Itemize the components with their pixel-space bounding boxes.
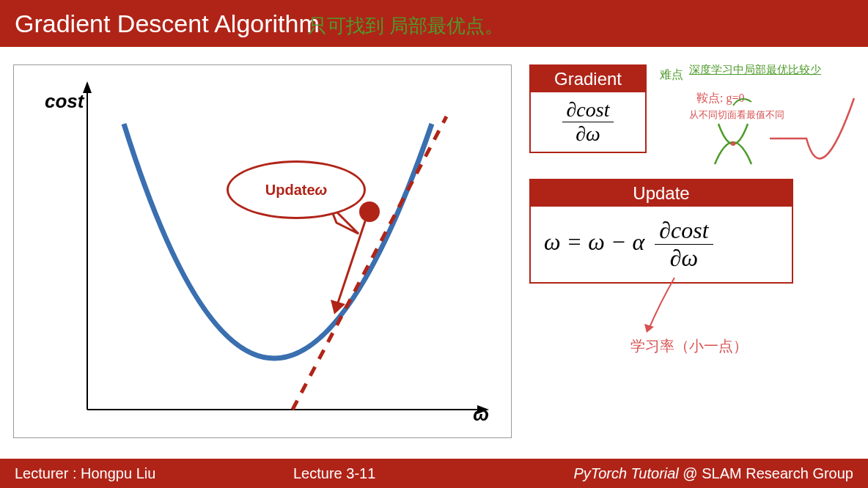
annot-difficulty: 难点 — [660, 67, 683, 83]
cost-plot: cost ω Update ω — [13, 64, 512, 438]
saddle-sketch — [682, 84, 858, 201]
y-axis-label: cost — [45, 90, 84, 113]
update-lhs: ω = ω − α — [544, 229, 644, 255]
svg-marker-9 — [644, 324, 654, 333]
slide-body: cost ω Update ω Gradient ∂cost ∂ω Update… — [0, 47, 868, 459]
gradient-den: ∂ω — [562, 122, 614, 146]
annot-lr: 学习率（小一点） — [630, 336, 748, 356]
gradient-num: ∂cost — [562, 98, 614, 122]
footer-tutorial: PyTorch Tutorial @ SLAM Research Group — [484, 465, 853, 482]
update-num: ∂cost — [655, 217, 713, 245]
footer-tutorial-rest: @ SLAM Research Group — [679, 465, 853, 481]
speech-text: Update — [265, 182, 315, 199]
footer-lecturer: Lecturer : Hongpu Liu — [15, 465, 293, 482]
svg-line-5 — [336, 219, 366, 307]
slide-title: Gradient Descent Algorithm — [15, 10, 320, 38]
update-speech-bubble: Update ω — [227, 160, 366, 219]
x-axis-label: ω — [473, 403, 489, 426]
slide-footer: Lecturer : Hongpu Liu Lecture 3-11 PyTor… — [0, 459, 868, 488]
footer-lecture: Lecture 3-11 — [293, 465, 484, 482]
header-annotation: 只可找到 局部最优点。 — [308, 13, 504, 39]
update-card-body: ω = ω − α ∂cost ∂ω — [531, 207, 792, 282]
svg-marker-1 — [83, 81, 92, 93]
footer-tutorial-italic: PyTorch Tutorial — [573, 465, 678, 481]
gradient-card-title: Gradient — [531, 66, 645, 92]
svg-point-7 — [359, 202, 380, 222]
speech-var: ω — [315, 182, 328, 199]
update-den: ∂ω — [655, 245, 713, 272]
lr-arrow — [638, 274, 726, 340]
gradient-card: Gradient ∂cost ∂ω — [529, 64, 647, 153]
svg-point-8 — [731, 141, 735, 146]
svg-line-4 — [293, 117, 446, 410]
gradient-card-body: ∂cost ∂ω — [531, 92, 645, 152]
annot-dl-local: 深度学习中局部最优比较少 — [689, 63, 821, 77]
plot-svg — [14, 65, 512, 439]
